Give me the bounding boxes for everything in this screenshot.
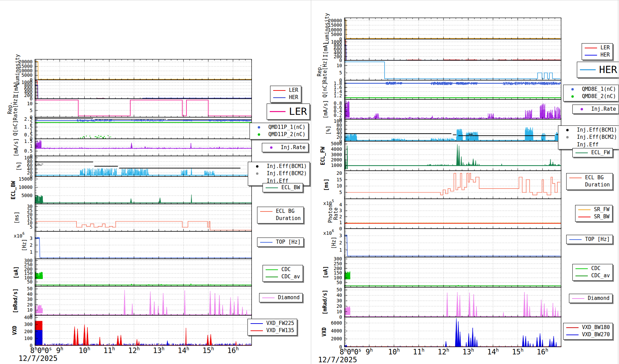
legend-left-vxd: VXD_FW225VXD_FW135 <box>247 319 297 336</box>
svg-text:13h​: 13h​ <box>153 346 165 355</box>
y-ticks-top: 321 <box>30 233 38 257</box>
svg-text:4000: 4000 <box>331 146 342 152</box>
y-ticks-ecl-bg: 2015105 <box>337 170 347 197</box>
data-current <box>35 81 252 98</box>
svg-text:20: 20 <box>337 170 342 176</box>
data-charge <box>344 82 561 98</box>
legend-label: CDC <box>281 266 300 273</box>
y-ticks-current: 10008006004002000 <box>21 80 38 101</box>
legend-line-swatch <box>578 217 591 217</box>
date-label-right: 12/7/2025 <box>318 356 357 364</box>
legend-label: HER <box>599 63 617 77</box>
svg-text:10: 10 <box>27 101 33 106</box>
legend-label: Inj.Eff(BCM2) <box>577 134 617 141</box>
data-vxd <box>344 318 561 347</box>
legend-line-swatch <box>266 277 278 277</box>
svg-text:30: 30 <box>337 298 342 303</box>
ylabel-lum: Luminosity <box>324 13 330 44</box>
ylabel-ecl-bw: ECL_BW <box>10 181 16 199</box>
y-ticks-diamond: 50403020100 <box>337 287 347 319</box>
legend-right-inj-eff: Inj.Eff(BCM1)Inj.Eff(BCM2)Inj.Eff <box>558 125 619 149</box>
svg-text:14h​: 14h​ <box>178 346 190 355</box>
data-rep-rate <box>35 100 252 116</box>
subplot-cdc: 30025020015010050[uA] <box>323 256 561 287</box>
svg-text:16h​: 16h​ <box>537 347 548 356</box>
svg-text:40: 40 <box>337 292 342 298</box>
ylabel-ecl-bg: [ms] <box>14 211 20 224</box>
legend-left-ler-her: LERHER <box>270 86 301 102</box>
marker-dot <box>258 126 260 129</box>
subplot-diamond: 50403020100[mRad/s] <box>12 286 252 318</box>
legend-left-qmd: QMD11P_1(nC)QMD11P_2(nC) <box>250 123 308 139</box>
marker-dot <box>571 88 574 90</box>
top-edge-line <box>0 0 619 0</box>
data-ecl-bw <box>35 195 252 203</box>
y-ticks-cdc: 30025020015010050 <box>334 256 347 286</box>
data-rep-rate <box>344 62 560 78</box>
legend-label: QMD11P_1(nC) <box>268 124 305 131</box>
svg-text:40: 40 <box>27 291 33 297</box>
ylabel-ecl-fw: ECL_FW <box>320 146 326 165</box>
svg-text:9h​: 9h​ <box>56 346 63 355</box>
y-ticks-ecl-bg: 30252015105 <box>27 204 38 231</box>
y-ticks-rep-rate: 1050 <box>337 61 347 83</box>
svg-text:2000: 2000 <box>331 157 342 162</box>
svg-text:0: 0 <box>339 314 342 320</box>
ylabel-lum: Luminosity <box>14 54 21 85</box>
data-cdc <box>35 272 252 285</box>
legend-left-inj-eff: Inj.Eff(BCM1)Inj.Eff(BCM2)Inj.Eff <box>248 162 310 186</box>
ylabel-rep-rate: Rate[Hz] <box>12 96 19 120</box>
legend-label: CDC_av <box>591 272 610 279</box>
legend-left-top-hz: TOP [Hz] <box>257 238 304 247</box>
svg-text:10: 10 <box>337 63 342 68</box>
data-current <box>344 40 560 60</box>
marker-dot <box>566 136 569 138</box>
subplot-top: 321[Hz]x106​ <box>14 231 252 259</box>
legend-label: LER <box>289 87 298 94</box>
svg-text:5000: 5000 <box>21 193 33 198</box>
svg-text:12h​: 12h​ <box>438 347 449 356</box>
svg-text:16h​: 16h​ <box>227 346 239 355</box>
legend-label: VXD_FW225 <box>266 320 294 327</box>
legend-left-diamond: Diamond <box>259 293 303 302</box>
legend-line-swatch <box>270 111 286 112</box>
subplot-inj-rate: 1.510.50[mA/s] <box>13 138 252 159</box>
marker-dot <box>270 146 272 149</box>
legend-label: Inj.Rate <box>591 106 616 113</box>
legend-label: QMD8E_1(nC) <box>582 86 616 93</box>
legend-line-swatch <box>262 298 275 298</box>
x-ticks-photon <box>344 226 561 229</box>
subplot-charge: 2.521.510.50Q[nC] <box>12 116 252 141</box>
svg-text:2: 2 <box>339 240 342 245</box>
y-ticks-diamond: 50403020100 <box>27 286 38 318</box>
svg-text:400: 400 <box>24 315 33 320</box>
legend-spacer <box>569 185 581 185</box>
y-ticks-current: 10008006004002000 <box>331 39 347 63</box>
subplot-rep-rate: 1050Rep.Rate[Hz] <box>316 58 561 83</box>
legend-label: HER <box>600 51 610 59</box>
svg-text:1: 1 <box>30 249 33 255</box>
subplot-inj-eff: 100806040200[%] <box>16 155 252 179</box>
subplot-photon: 43210PhotonRatex105​ <box>323 199 561 231</box>
data-ecl-bg <box>344 173 560 195</box>
svg-text:5000: 5000 <box>331 141 342 146</box>
svg-text:5: 5 <box>339 190 342 195</box>
subplot-ecl-bg: 2015105[ms] <box>323 170 561 199</box>
marker-dot <box>256 172 258 175</box>
legend-label: HER <box>289 94 298 101</box>
svg-text:10h​: 10h​ <box>79 346 90 355</box>
svg-text:3: 3 <box>339 233 342 238</box>
ylabel-inj-eff: [%] <box>325 125 331 135</box>
subplot-ecl-fw: 50004000300020001000ECL_FW <box>320 141 561 171</box>
legend-line-swatch <box>569 178 582 178</box>
subplot-vxd: 6000400020000VXD <box>321 317 561 350</box>
marker-dot <box>571 95 574 98</box>
legend-right-diamond: Diamond <box>569 294 612 303</box>
legend-line-swatch <box>575 268 588 269</box>
data-diamond <box>35 290 252 315</box>
svg-text:5: 5 <box>30 224 33 230</box>
svg-text:3: 3 <box>339 208 342 213</box>
legend-line-swatch <box>251 323 263 324</box>
data-cdc <box>344 271 561 286</box>
ylabel-inj-rate: [mA/s] <box>13 138 19 157</box>
